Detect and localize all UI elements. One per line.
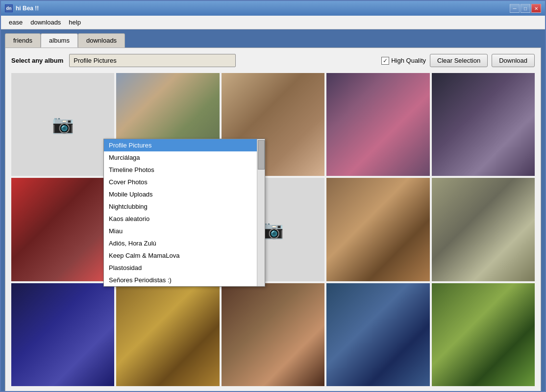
photo-cell-4[interactable] [326, 73, 429, 176]
dropdown-item-senores[interactable]: Señores Periodistas :) [104, 274, 265, 286]
high-quality-check: High Quality [381, 57, 426, 65]
minimize-button[interactable]: ─ [510, 4, 520, 13]
camera-placeholder-icon: 📷 [52, 114, 74, 135]
photo-grid: 📷 📷 [11, 73, 535, 386]
dropdown-item-nightclubbing[interactable]: Nightclubbing [104, 200, 265, 213]
scrollbar-thumb[interactable] [258, 140, 265, 170]
photo-cell-1[interactable]: 📷 [11, 73, 114, 176]
menu-bar: ease downloads help [1, 16, 545, 29]
photo-cell-14[interactable] [326, 283, 429, 386]
photo-cell-5[interactable] [432, 73, 535, 176]
app-icon: dn [5, 4, 13, 12]
high-quality-checkbox[interactable] [381, 57, 389, 65]
title-bar-left: dn hi Bea !! [5, 4, 39, 12]
dropdown-item-mobile[interactable]: Mobile Uploads [104, 188, 265, 200]
tab-downloads[interactable]: downloads [78, 33, 125, 48]
clear-selection-button[interactable]: Clear Selection [430, 54, 488, 67]
close-button[interactable]: ✕ [531, 4, 541, 13]
photo-cell-9[interactable] [326, 178, 429, 281]
dropdown-item-keepcalm[interactable]: Keep Calm & MamaLova [104, 249, 265, 262]
dropdown-item-murcialaga[interactable]: Murciálaga [104, 151, 265, 164]
main-panel: Select any album Profile Pictures Murciá… [5, 48, 541, 391]
tab-bar: friends albums downloads [5, 33, 541, 48]
maximize-button[interactable]: □ [521, 4, 530, 13]
toolbar-right: High Quality Clear Selection Download [381, 54, 535, 67]
window-controls: ─ □ ✕ [510, 4, 541, 13]
photo-cell-13[interactable] [222, 283, 324, 386]
photo-cell-15[interactable] [432, 283, 535, 386]
dropdown-item-cover[interactable]: Cover Photos [104, 176, 265, 188]
album-select[interactable]: Profile Pictures Murciálaga Timeline Pho… [69, 54, 236, 67]
dropdown-item-kaos[interactable]: Kaos aleatorio [104, 213, 265, 225]
menu-ease[interactable]: ease [5, 17, 26, 28]
menu-downloads[interactable]: downloads [26, 17, 65, 28]
photo-cell-10[interactable] [432, 178, 535, 281]
album-dropdown: Profile Pictures Murciálaga Timeline Pho… [103, 139, 265, 287]
photo-cell-6[interactable] [11, 178, 114, 281]
dropdown-scrollbar[interactable] [257, 139, 265, 286]
tabs-and-panel: friends albums downloads Select any albu… [5, 33, 541, 391]
dropdown-item-profile-pictures[interactable]: Profile Pictures [104, 139, 265, 151]
photo-cell-11[interactable] [11, 283, 114, 386]
tab-friends[interactable]: friends [5, 33, 41, 48]
toolbar: Select any album Profile Pictures Murciá… [11, 54, 535, 67]
high-quality-label: High Quality [391, 57, 426, 64]
dropdown-item-adios[interactable]: Adiós, Hora Zulú [104, 237, 265, 249]
content-area: friends albums downloads Select any albu… [1, 29, 545, 391]
dropdown-item-plastosidad[interactable]: Plastosidad [104, 262, 265, 274]
dropdown-item-miau[interactable]: Miau [104, 225, 265, 237]
window-title: hi Bea !! [16, 5, 39, 12]
select-album-label: Select any album [11, 57, 63, 64]
camera-placeholder-icon-2: 📷 [262, 220, 284, 240]
main-window: dn hi Bea !! ─ □ ✕ ease downloads help f… [0, 0, 546, 392]
title-bar: dn hi Bea !! ─ □ ✕ [1, 1, 545, 16]
dropdown-item-timeline[interactable]: Timeline Photos [104, 164, 265, 176]
menu-help[interactable]: help [65, 17, 85, 28]
album-select-wrapper: Profile Pictures Murciálaga Timeline Pho… [69, 54, 236, 67]
photo-cell-12[interactable] [116, 283, 219, 386]
download-button[interactable]: Download [492, 54, 535, 67]
tab-albums[interactable]: albums [41, 33, 78, 48]
